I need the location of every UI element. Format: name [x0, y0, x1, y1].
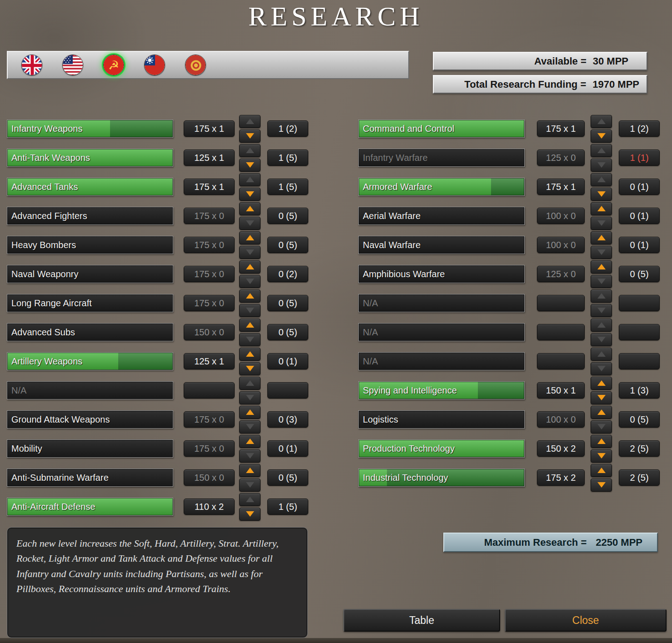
increase-research-button[interactable] [239, 115, 261, 128]
increase-research-button[interactable] [239, 231, 261, 244]
decrease-research-button[interactable] [239, 391, 261, 404]
research-level-box: 1 (2) [619, 120, 660, 137]
increase-research-button[interactable] [239, 144, 261, 157]
decrease-research-button[interactable] [239, 217, 261, 230]
research-row: Infantry Warfare 125 x 0 1 (1) [358, 143, 672, 172]
research-cost-box: 175 x 2 [537, 469, 585, 486]
increase-research-button[interactable] [239, 348, 261, 361]
decrease-research-button[interactable] [591, 217, 612, 230]
decrease-research-button[interactable] [239, 275, 261, 288]
decrease-research-button[interactable] [239, 362, 261, 375]
decrease-research-button[interactable] [591, 333, 612, 346]
increase-research-button[interactable] [239, 202, 261, 215]
decrease-research-button[interactable] [591, 304, 612, 317]
increase-research-button[interactable] [591, 202, 612, 215]
research-cost-box: 175 x 1 [184, 120, 235, 137]
research-category-label: Infantry Warfare [358, 149, 525, 167]
research-level-box [619, 324, 660, 340]
research-cost-box [537, 324, 585, 340]
arrow-down-icon [597, 482, 606, 488]
research-cost-box: 175 x 0 [184, 208, 235, 224]
close-button[interactable]: Close [505, 609, 667, 632]
arrow-up-icon [597, 468, 606, 473]
increase-research-button[interactable] [591, 319, 612, 332]
arrow-up-icon [597, 264, 606, 269]
funding-label: Total Research Funding = [464, 79, 586, 90]
arrow-up-icon [246, 497, 254, 502]
decrease-research-button[interactable] [591, 246, 612, 259]
arrow-up-icon [597, 206, 606, 211]
decrease-research-button[interactable] [239, 188, 261, 201]
research-row: Armored Warfare 175 x 1 0 (1) [358, 172, 672, 201]
decrease-research-button[interactable] [239, 159, 261, 172]
arrow-up-icon [246, 206, 254, 211]
decrease-research-button[interactable] [591, 391, 612, 404]
arrow-up-icon [246, 439, 254, 444]
increase-research-button[interactable] [591, 260, 612, 274]
decrease-research-button[interactable] [591, 449, 612, 463]
arrow-down-icon [246, 191, 254, 197]
research-chit-spinner [239, 319, 261, 346]
flag-ussr-button[interactable]: ☭ [103, 55, 124, 75]
increase-research-button[interactable] [591, 348, 612, 361]
decrease-research-button[interactable] [591, 188, 612, 201]
increase-research-button[interactable] [239, 319, 261, 332]
increase-research-button[interactable] [591, 435, 612, 448]
increase-research-button[interactable] [239, 464, 261, 477]
research-cost-box: 175 x 0 [184, 295, 235, 311]
increase-research-button[interactable] [591, 173, 612, 186]
increase-research-button[interactable] [591, 464, 612, 477]
decrease-research-button[interactable] [239, 246, 261, 259]
decrease-research-button[interactable] [239, 508, 261, 521]
research-category-label: N/A [358, 352, 525, 370]
decrease-research-button[interactable] [239, 130, 261, 143]
research-chit-spinner [591, 289, 612, 317]
decrease-research-button[interactable] [239, 333, 261, 346]
flag-usa-button[interactable] [62, 55, 83, 75]
research-row: Advanced Subs 150 x 0 0 (5) [7, 318, 321, 347]
increase-research-button[interactable] [591, 115, 612, 128]
increase-research-button[interactable] [239, 289, 261, 303]
arrow-up-icon [597, 119, 606, 124]
research-row: Artillery Weapons 125 x 1 0 (1) [7, 347, 321, 376]
decrease-research-button[interactable] [591, 130, 612, 143]
increase-research-button[interactable] [239, 260, 261, 274]
increase-research-button[interactable] [239, 493, 261, 506]
research-cost-box: 100 x 0 [537, 208, 585, 224]
research-cost-box: 125 x 0 [537, 266, 585, 282]
flag-communist-china-button[interactable] [185, 55, 206, 75]
arrow-up-icon [246, 380, 254, 386]
increase-research-button[interactable] [591, 377, 612, 390]
decrease-research-button[interactable] [591, 479, 612, 492]
decrease-research-button[interactable] [591, 275, 612, 288]
research-category-label: N/A [358, 323, 525, 341]
research-description: Each new level increases the Soft, Hard,… [7, 527, 308, 638]
decrease-research-button[interactable] [591, 420, 612, 434]
decrease-research-button[interactable] [591, 362, 612, 375]
increase-research-button[interactable] [239, 435, 261, 448]
arrow-up-icon [597, 409, 606, 415]
increase-research-button[interactable] [591, 289, 612, 303]
research-cost-box: 150 x 0 [184, 324, 235, 340]
arrow-up-icon [246, 264, 254, 269]
max-research-value: 2250 MPP [596, 537, 642, 548]
flag-nationalist-china-button[interactable] [144, 55, 165, 75]
increase-research-button[interactable] [591, 231, 612, 244]
decrease-research-button[interactable] [239, 449, 261, 463]
decrease-research-button[interactable] [239, 479, 261, 492]
table-button[interactable]: Table [343, 609, 500, 632]
decrease-research-button[interactable] [239, 420, 261, 434]
decrease-research-button[interactable] [591, 159, 612, 172]
increase-research-button[interactable] [239, 173, 261, 186]
research-chit-spinner [591, 260, 612, 288]
increase-research-button[interactable] [591, 406, 612, 419]
decrease-research-button[interactable] [239, 304, 261, 317]
increase-research-button[interactable] [239, 406, 261, 419]
research-category-label: Advanced Tanks [7, 178, 173, 196]
arrow-up-icon [246, 177, 254, 182]
research-category-label: Spying and Intelligence [358, 381, 525, 399]
increase-research-button[interactable] [239, 377, 261, 390]
increase-research-button[interactable] [591, 144, 612, 157]
arrow-down-icon [597, 453, 606, 459]
flag-uk-button[interactable] [21, 55, 42, 75]
